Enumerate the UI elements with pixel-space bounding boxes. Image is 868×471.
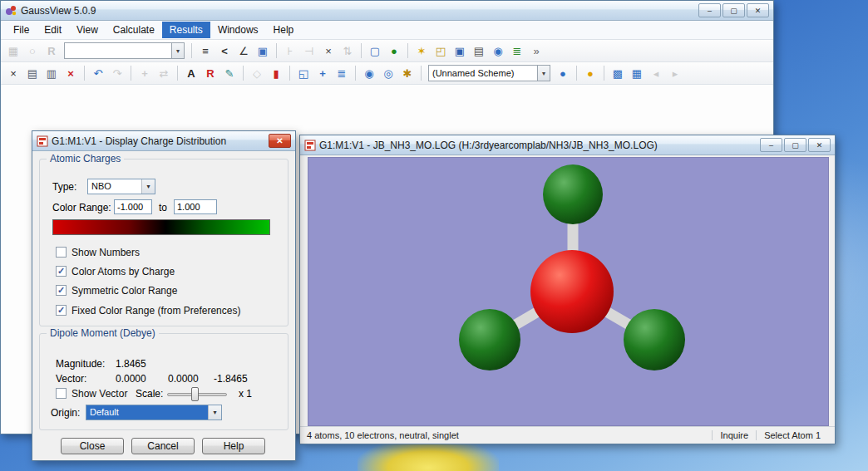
toolbar-options-icon[interactable]: »	[527, 42, 545, 59]
chevron-down-icon[interactable]: ▾	[141, 179, 155, 194]
menu-item-view[interactable]: View	[69, 22, 106, 38]
builder-icon[interactable]: ✱	[398, 65, 417, 81]
charge-color-gradient-bar	[52, 219, 270, 235]
tile-windows-icon[interactable]: ▦	[628, 65, 646, 81]
menu-item-calculate[interactable]: Calculate	[106, 22, 162, 38]
angle-tool-icon[interactable]: <	[215, 42, 234, 59]
color-range-max-input[interactable]	[174, 199, 217, 214]
sync-views-icon: ⇄	[155, 65, 173, 81]
dihedral-tool-icon[interactable]: ∠	[234, 42, 253, 59]
copy-icon[interactable]: ▤	[23, 65, 42, 81]
recenter-icon: +	[136, 65, 154, 81]
dipole-scale-slider-handle[interactable]	[191, 387, 199, 401]
app-minimize-button[interactable]: –	[698, 3, 721, 17]
close-button[interactable]: Close	[61, 438, 124, 454]
gaussview-app-icon	[5, 4, 17, 17]
undo-icon[interactable]: ↶	[89, 65, 107, 81]
menu-item-windows[interactable]: Windows	[210, 22, 266, 38]
delete-atom-icon[interactable]: ×	[319, 42, 338, 59]
toolbar-separator	[276, 43, 277, 58]
show-vector-checkbox-box[interactable]	[56, 388, 67, 399]
paste-icon[interactable]: ▥	[42, 65, 61, 81]
molecule-window-title: G1:M1:V1 - JB_NH3_MO.LOG (H:/3rdyearcomp…	[319, 140, 758, 151]
hydrogen-atom-right[interactable]	[624, 309, 685, 370]
back-icon: ◂	[647, 65, 665, 81]
fragment-combobox[interactable]: ▾	[64, 42, 185, 59]
atomic-charges-group-label: Atomic Charges	[47, 153, 124, 164]
molecule-viewport[interactable]	[308, 157, 829, 426]
view-options-icon[interactable]: ◎	[379, 65, 397, 81]
molecule-render	[308, 158, 828, 425]
residue-label-icon[interactable]: R	[201, 65, 219, 81]
checkbox-box[interactable]: ✓	[56, 266, 67, 277]
remove-valence-icon: ⊣	[300, 42, 318, 59]
toolbar-separator	[289, 66, 290, 81]
select-tool-icon[interactable]: ▢	[366, 42, 384, 59]
toolbar-separator	[421, 66, 422, 81]
highlight-pen-icon[interactable]: ✎	[220, 65, 239, 81]
charge-distribution-dialog: G1:M1:V1 - Display Charge Distribution ✕…	[32, 130, 296, 461]
checkbox-box[interactable]: ✓	[56, 285, 67, 296]
show-vector-checkbox[interactable]: Show Vector	[56, 387, 127, 400]
fit-screen-icon[interactable]: ◱	[294, 65, 313, 81]
toolbar-separator	[355, 66, 356, 81]
log-icon[interactable]: ≣	[508, 42, 526, 59]
help-button[interactable]: Help	[202, 438, 265, 454]
menu-item-edit[interactable]: Edit	[37, 22, 69, 38]
molecule-close-button[interactable]: ✕	[808, 138, 831, 152]
checkbox-label: Show Numbers	[72, 247, 140, 258]
checkbox-box[interactable]	[56, 247, 67, 258]
bond-tool-icon[interactable]: ≡	[196, 42, 215, 59]
chevron-down-icon[interactable]: ▾	[208, 405, 221, 419]
display-format-icon[interactable]: ◉	[360, 65, 378, 81]
invert-icon: ⇅	[338, 42, 357, 59]
molecule-minimize-button[interactable]: –	[760, 138, 782, 152]
save-file-icon[interactable]: ▣	[451, 42, 469, 59]
scale-value: x 1	[239, 388, 252, 400]
checkbox-show-numbers[interactable]: Show Numbers	[56, 246, 140, 258]
view-list-icon[interactable]: ≣	[333, 65, 351, 81]
app-titlebar[interactable]: GaussView 5.0.9 – ▢ ✕	[1, 1, 773, 21]
checkbox-symmetric-color-range[interactable]: ✓Symmetric Color Range	[56, 284, 177, 297]
ring-fragment-icon: ○	[23, 42, 42, 59]
charge-type-dropdown[interactable]: NBO ▾	[87, 179, 155, 194]
toolbar-separator	[84, 66, 85, 81]
app-close-button[interactable]: ✕	[747, 3, 769, 17]
scheme-globe-icon[interactable]: ●	[554, 65, 572, 81]
print-icon[interactable]: ▤	[470, 42, 488, 59]
view-position-icon[interactable]: ▣	[254, 42, 272, 59]
capture-icon[interactable]: ◉	[489, 42, 507, 59]
cascade-windows-icon[interactable]: ▩	[609, 65, 627, 81]
new-file-icon[interactable]: ✶	[412, 42, 431, 59]
atom-color-icon[interactable]: ●	[581, 65, 599, 81]
origin-dropdown[interactable]: Default ▾	[86, 405, 222, 420]
checkbox-color-atoms-by-charge[interactable]: ✓Color Atoms by Charge	[56, 265, 175, 277]
open-file-icon[interactable]: ◰	[432, 42, 450, 59]
custom-bond-icon[interactable]: ●	[385, 42, 403, 59]
redo-icon: ↷	[108, 65, 126, 81]
chevron-down-icon[interactable]: ▾	[171, 43, 184, 58]
molecule-window-titlebar[interactable]: G1:M1:V1 - JB_NH3_MO.LOG (H:/3rdyearcomp…	[300, 135, 835, 155]
checkbox-fixed-color-range-from-preferences[interactable]: ✓Fixed Color Range (from Preferences)	[56, 304, 240, 316]
app-maximize-button[interactable]: ▢	[723, 3, 745, 17]
color-range-min-input[interactable]	[114, 199, 152, 214]
atom-label-icon[interactable]: A	[182, 65, 200, 81]
hydrogen-atom-top[interactable]	[543, 164, 603, 224]
scheme-combobox[interactable]: (Unnamed Scheme)▾	[428, 65, 550, 81]
menu-item-results[interactable]: Results	[162, 22, 210, 38]
checkbox-box[interactable]: ✓	[56, 305, 67, 316]
molecule-maximize-button[interactable]: ▢	[784, 138, 806, 152]
cancel-button[interactable]: Cancel	[131, 438, 195, 454]
dialog-titlebar[interactable]: G1:M1:V1 - Display Charge Distribution ✕	[32, 131, 295, 151]
nitrogen-atom[interactable]	[530, 250, 614, 333]
erase-icon[interactable]: ×	[62, 65, 80, 81]
menu-item-help[interactable]: Help	[266, 22, 302, 38]
chevron-down-icon[interactable]: ▾	[537, 66, 550, 81]
menu-item-file[interactable]: File	[6, 22, 37, 38]
dialog-close-button[interactable]: ✕	[269, 134, 291, 148]
delete-icon[interactable]: ×	[4, 65, 22, 81]
color-range-label: Color Range:	[52, 202, 111, 213]
dipole-icon[interactable]: ▮	[267, 65, 285, 81]
zoom-icon[interactable]: +	[313, 65, 332, 81]
hydrogen-atom-left[interactable]	[459, 309, 520, 370]
